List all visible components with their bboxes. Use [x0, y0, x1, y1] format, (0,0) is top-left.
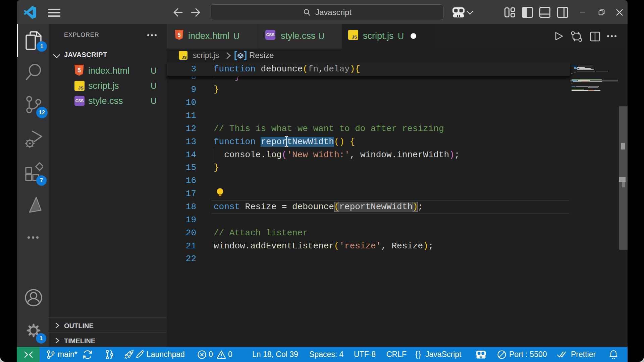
svg-text:5: 5 [77, 67, 81, 74]
svg-text:5: 5 [177, 32, 180, 38]
